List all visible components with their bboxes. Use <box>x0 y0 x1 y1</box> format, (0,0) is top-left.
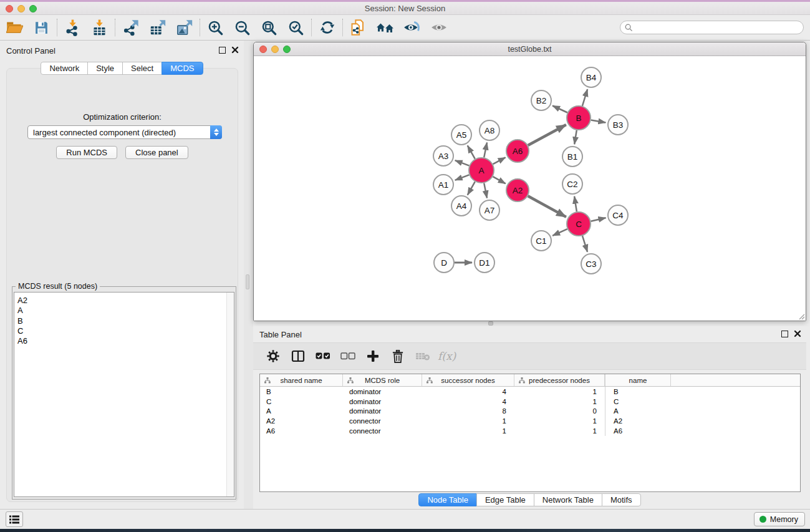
edge-B-B2[interactable] <box>552 106 567 113</box>
mcds-result-item[interactable]: A2 <box>17 296 234 306</box>
cell-shared-name[interactable]: B <box>260 387 343 397</box>
zoom-out-button[interactable] <box>229 17 256 37</box>
cell-shared-name[interactable]: A6 <box>260 426 343 436</box>
create-column-button[interactable] <box>360 346 385 367</box>
close-panel-button[interactable]: Close panel <box>125 146 188 159</box>
cell-MCDS-role[interactable]: connector <box>343 416 422 426</box>
refresh-button[interactable] <box>314 17 340 37</box>
memory-button[interactable]: Memory <box>754 512 805 526</box>
export-image-button[interactable] <box>171 17 198 37</box>
cell-predecessor-nodes[interactable]: 1 <box>514 426 605 436</box>
clone-network-button[interactable] <box>345 17 372 37</box>
export-network-button[interactable] <box>117 17 144 37</box>
zoom-in-button[interactable] <box>202 17 229 37</box>
zoom-selected-button[interactable] <box>282 17 309 37</box>
close-panel-icon[interactable] <box>231 46 239 54</box>
tab-motifs[interactable]: Motifs <box>602 493 641 506</box>
mcds-result-item[interactable]: C <box>17 326 234 336</box>
cell-name[interactable]: A <box>605 407 671 417</box>
cell-successor-nodes[interactable]: 1 <box>422 416 514 426</box>
edge-B-B3[interactable] <box>591 120 606 122</box>
cell-name[interactable]: C <box>605 397 671 407</box>
tab-style[interactable]: Style <box>87 62 123 75</box>
mcds-result-item[interactable]: A6 <box>17 336 234 346</box>
vertical-splitter[interactable] <box>244 41 253 509</box>
edge-C-C4[interactable] <box>591 218 606 221</box>
tab-network[interactable]: Network <box>41 62 88 75</box>
cell-successor-nodes[interactable]: 4 <box>422 397 514 407</box>
cell-shared-name[interactable]: A <box>260 407 343 417</box>
zoom-fit-button[interactable] <box>256 17 282 37</box>
mcds-result-item[interactable]: B <box>17 316 234 326</box>
network-canvas[interactable]: AA1A2A3A4A5A6A7A8BB1B2B3B4CC1C2C3C4DD1 <box>254 56 806 321</box>
column-header-shared-name[interactable]: shared name <box>260 374 343 386</box>
import-table-button[interactable] <box>86 17 113 37</box>
horizontal-splitter-handle[interactable] <box>488 321 493 326</box>
table-row[interactable]: Cdominator41C <box>260 397 800 407</box>
edge-C-C3[interactable] <box>582 236 587 252</box>
splitter-handle[interactable] <box>246 274 249 289</box>
cell-MCDS-role[interactable]: dominator <box>343 397 422 407</box>
edge-A-A4[interactable] <box>468 181 475 195</box>
mcds-result-list[interactable]: A2ABCA6 <box>14 292 234 497</box>
toggle-graphics-details-button[interactable] <box>398 17 425 37</box>
show-column-button[interactable] <box>286 346 311 367</box>
cell-predecessor-nodes[interactable]: 1 <box>514 397 605 407</box>
column-header-name[interactable]: name <box>605 374 671 386</box>
delete-column-button[interactable] <box>385 346 410 367</box>
network-window-titlebar[interactable]: testGlobe.txt <box>254 42 806 56</box>
run-mcds-button[interactable]: Run MCDS <box>56 146 117 159</box>
cell-successor-nodes[interactable]: 1 <box>422 426 514 436</box>
search-input[interactable] <box>635 22 803 33</box>
cell-MCDS-role[interactable]: dominator <box>343 407 422 417</box>
edge-A-A3[interactable] <box>455 160 470 166</box>
table-options-button[interactable] <box>261 346 286 367</box>
cell-name[interactable]: A6 <box>605 426 671 436</box>
edge-A-A6[interactable] <box>493 157 506 164</box>
open-session-button[interactable] <box>1 17 28 37</box>
edge-A-A8[interactable] <box>484 143 487 158</box>
import-network-button[interactable] <box>59 17 86 37</box>
function-builder-button[interactable]: f(x) <box>438 350 456 362</box>
tab-network-table[interactable]: Network Table <box>534 493 602 506</box>
edge-A-A5[interactable] <box>468 145 475 158</box>
column-header-successor-nodes[interactable]: successor nodes <box>422 374 514 386</box>
table-row[interactable]: A2connector11A2 <box>260 416 800 426</box>
cell-name[interactable]: A2 <box>605 416 671 426</box>
edge-A2-C[interactable] <box>528 196 566 217</box>
column-header-MCDS-role[interactable]: MCDS role <box>343 374 422 386</box>
mcds-result-item[interactable]: A <box>17 306 234 316</box>
deselect-all-button[interactable] <box>335 346 360 367</box>
export-table-button[interactable] <box>144 17 171 37</box>
cell-predecessor-nodes[interactable]: 1 <box>514 416 605 426</box>
table-row[interactable]: Adominator80A <box>260 407 800 417</box>
cell-predecessor-nodes[interactable]: 1 <box>514 387 605 397</box>
tab-edge-table[interactable]: Edge Table <box>476 493 534 506</box>
table-row[interactable]: Bdominator41B <box>260 387 800 397</box>
optimization-criterion-dropdown[interactable]: largest connected component (directed) <box>27 125 222 139</box>
mcds-list-scrollbar[interactable] <box>226 293 234 496</box>
edge-A-A7[interactable] <box>484 183 487 198</box>
edge-C-C2[interactable] <box>574 196 577 211</box>
tab-select[interactable]: Select <box>122 62 162 75</box>
cell-successor-nodes[interactable]: 4 <box>422 387 514 397</box>
cell-predecessor-nodes[interactable]: 0 <box>514 407 605 417</box>
cell-MCDS-role[interactable]: dominator <box>343 387 422 397</box>
select-all-button[interactable] <box>311 346 335 367</box>
network-graph[interactable]: AA1A2A3A4A5A6A7A8BB1B2B3B4CC1C2C3C4DD1 <box>254 56 806 321</box>
edge-A-A2[interactable] <box>493 177 505 183</box>
edge-B-B4[interactable] <box>582 89 587 106</box>
edge-A-A1[interactable] <box>455 175 470 180</box>
home-view-button[interactable] <box>372 17 398 37</box>
close-table-panel-icon[interactable] <box>794 330 801 337</box>
tab-mcds[interactable]: MCDS <box>162 62 203 75</box>
cell-shared-name[interactable]: A2 <box>260 416 343 426</box>
cell-name[interactable]: B <box>605 387 671 397</box>
resize-grip-icon[interactable] <box>798 312 805 320</box>
tab-node-table[interactable]: Node Table <box>418 493 477 506</box>
save-session-button[interactable] <box>28 17 55 37</box>
cell-shared-name[interactable]: C <box>260 397 343 407</box>
table-row[interactable]: A6connector11A6 <box>260 426 800 436</box>
hide-details-button[interactable] <box>425 17 452 37</box>
edge-C-C1[interactable] <box>552 229 567 236</box>
